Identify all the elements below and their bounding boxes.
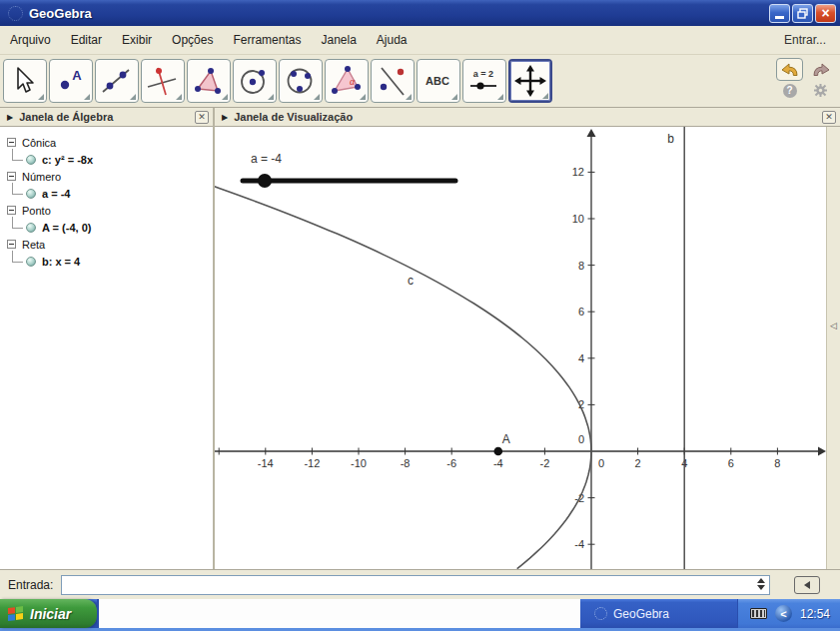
y-tick-label: 10 [572,213,584,225]
x-tick-label: -14 [258,457,274,469]
algebra-panel-close-button[interactable]: ✕ [195,111,209,124]
collapse-left-icon[interactable]: ◁ [830,320,837,330]
visibility-sphere-icon[interactable] [26,257,36,267]
input-history-spinner[interactable] [757,578,765,590]
tool-slider-button[interactable]: a = 2 [462,59,506,103]
language-tray-icon[interactable]: < [775,605,792,622]
tool-dropdown-icon[interactable] [222,94,228,100]
collapse-minus-icon[interactable] [7,206,16,215]
x-tick-label: 0 [598,457,604,469]
undo-button[interactable] [776,58,803,81]
curve-c-label: c [408,274,414,288]
redo-button[interactable] [807,58,834,81]
start-button-label: Iniciar [30,606,71,622]
tool-line-button[interactable] [95,59,139,103]
menu-item-ferramentas[interactable]: Ferramentas [223,29,311,51]
task-label: GeoGebra [613,607,669,621]
tool-dropdown-icon[interactable] [38,94,44,100]
tree-group-label: Reta [22,239,45,251]
tree-item[interactable]: a = -4 [0,185,213,202]
help-icon: ? [786,85,792,96]
tree-group-reta[interactable]: Reta [0,236,213,253]
tool-dropdown-icon[interactable] [451,94,457,100]
x-tick-label: -10 [351,457,367,469]
slider-a-knob[interactable] [258,174,272,188]
graph-canvas[interactable]: -14-12-10-8-6-4-202468-4-2024681012bcAa … [215,127,827,569]
taskbar-task-geogebra[interactable]: GeoGebra [580,599,730,628]
panel-arrow-icon[interactable]: ▶ [7,113,13,122]
spin-down-icon [757,585,765,590]
panel-arrow-icon[interactable]: ▶ [222,113,228,122]
minimize-button[interactable] [769,4,790,23]
tool-dropdown-icon[interactable] [130,94,136,100]
restore-button[interactable] [792,4,813,23]
toolbar-right-cluster: ? [776,58,834,98]
visibility-sphere-icon[interactable] [26,223,36,233]
svg-text:α: α [350,76,356,87]
tool-circle-button[interactable] [233,59,277,103]
tree-group-conica[interactable]: Cônica [0,134,213,151]
tool-dropdown-icon[interactable] [314,94,320,100]
y-tick-label: 12 [572,166,584,178]
menu-item-editar[interactable]: Editar [61,29,112,51]
slider-a-label: a = -4 [251,152,282,166]
svg-text:ABC: ABC [425,75,449,87]
x-axis-arrow-icon [818,447,826,456]
close-button[interactable]: × [815,4,836,23]
graphics-view[interactable]: -14-12-10-8-6-4-202468-4-2024681012bcAa … [215,127,827,569]
menu-sign-in[interactable]: Entrar... [784,33,840,47]
tree-group-numero[interactable]: Número [0,168,213,185]
tool-special-line-button[interactable] [141,59,185,103]
tool-dropdown-icon[interactable] [268,94,274,100]
tree-item[interactable]: c: y² = -8x [0,151,213,168]
tool-transform-button[interactable] [371,59,415,103]
keyboard-tray-icon[interactable] [750,608,767,619]
slider-icon: a = 2 [466,64,500,98]
tool-dropdown-icon[interactable] [84,94,90,100]
tree-group-ponto[interactable]: Ponto [0,202,213,219]
y-tick-label: 6 [578,306,584,317]
tool-dropdown-icon[interactable] [406,94,412,100]
visibility-sphere-icon[interactable] [26,189,36,199]
visibility-sphere-icon[interactable] [26,155,36,165]
tool-buttons: AαABCa = 2 [3,59,554,103]
menu-item-arquivo[interactable]: Arquivo [0,29,61,51]
menu-item-ajuda[interactable]: Ajuda [367,29,418,51]
point-A[interactable] [494,447,503,456]
collapse-minus-icon[interactable] [7,138,16,147]
parabola-curve-c[interactable] [215,185,591,569]
tool-move-button[interactable] [3,59,47,103]
collapse-minus-icon[interactable] [7,172,16,181]
tree-branch-line [12,217,23,229]
help-button[interactable]: ? [783,84,797,98]
restore-icon [797,8,808,19]
tool-move-view-button[interactable] [508,59,552,103]
tool-dropdown-icon[interactable] [542,93,548,99]
menu-item-janela[interactable]: Janela [311,29,366,51]
polygon-icon [191,64,225,98]
tool-polygon-button[interactable] [187,59,231,103]
tool-dropdown-icon[interactable] [360,94,366,100]
algebra-panel-title: Janela de Álgebra [19,111,113,123]
start-button[interactable]: Iniciar [0,599,97,628]
tool-angle-button[interactable]: α [325,59,369,103]
x-tick-label: 2 [635,457,641,469]
tree-item[interactable]: A = (-4, 0) [0,219,213,236]
menu-item-opcoes[interactable]: Opções [162,29,223,51]
tool-text-button[interactable]: ABC [417,59,460,103]
tool-conic-button[interactable] [279,59,323,103]
settings-gear-icon[interactable] [813,83,828,98]
tool-dropdown-icon[interactable] [497,94,503,100]
tree-item[interactable]: b: x = 4 [0,253,213,270]
tool-point-button[interactable]: A [49,59,93,103]
command-input[interactable] [61,575,770,595]
menu-item-exibir[interactable]: Exibir [112,29,162,51]
input-help-toggle-button[interactable] [794,576,820,594]
x-tick-label: -12 [304,457,320,469]
graphics-panel-close-button[interactable]: ✕ [822,111,836,124]
tree-branch-line [12,183,23,195]
tool-dropdown-icon[interactable] [176,94,182,100]
algebra-panel: ▶ Janela de Álgebra ✕ Cônicac: y² = -8xN… [0,108,215,569]
collapse-minus-icon[interactable] [7,240,16,249]
title-bar[interactable]: GeoGebra × [0,0,840,26]
